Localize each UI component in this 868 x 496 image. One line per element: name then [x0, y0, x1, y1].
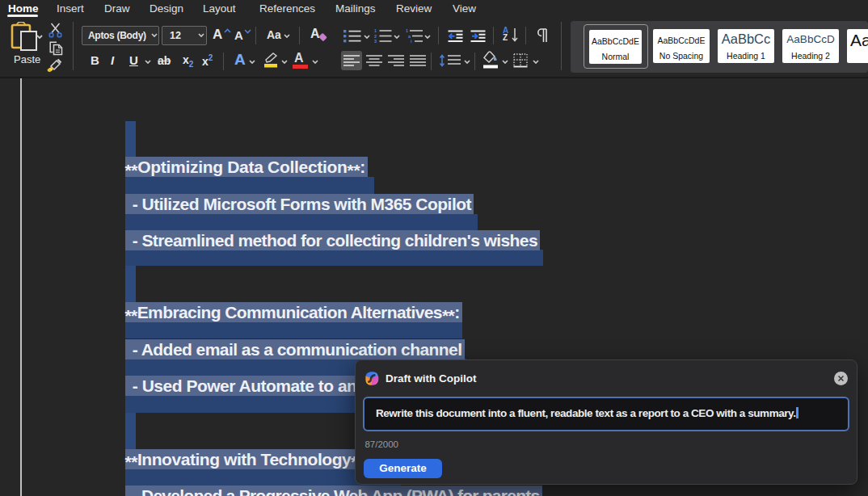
svg-text:1: 1	[374, 28, 377, 33]
svg-text:3: 3	[374, 39, 377, 43]
svg-text:i: i	[411, 39, 412, 43]
svg-text:1: 1	[406, 28, 408, 33]
svg-text:a: a	[408, 34, 411, 39]
svg-text:2: 2	[374, 34, 377, 39]
